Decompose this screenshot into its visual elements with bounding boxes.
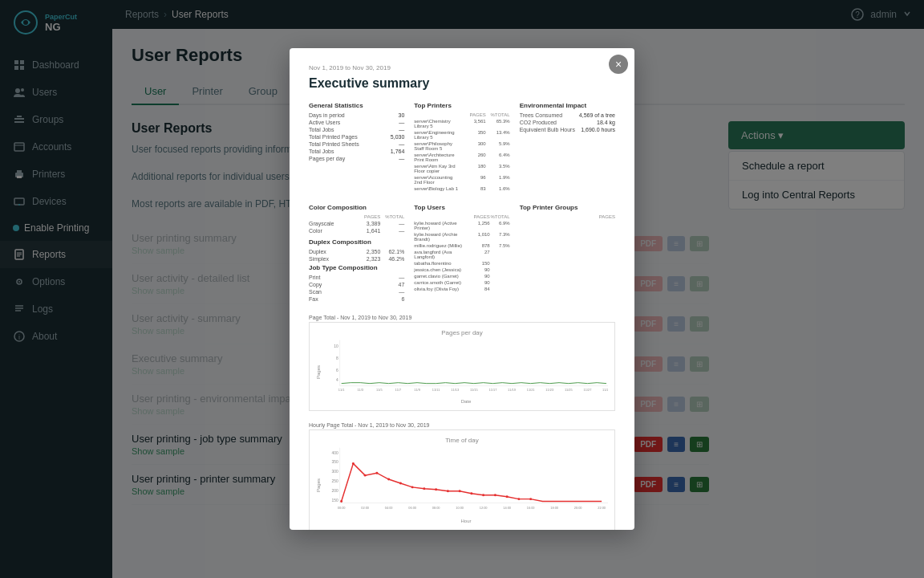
top-printers-section: Top Printers PAGES %TOTAL server\Chemist… xyxy=(414,102,509,193)
svg-text:20:00: 20:00 xyxy=(574,506,583,510)
environmental-section: Environmental Impact Trees Consumed4,569… xyxy=(520,102,615,193)
svg-text:00:00: 00:00 xyxy=(338,506,346,510)
svg-point-61 xyxy=(352,462,355,465)
preview-date-range: Nov 1, 2019 to Nov 30, 2019 xyxy=(309,64,615,71)
svg-point-68 xyxy=(435,488,437,490)
svg-point-73 xyxy=(494,494,496,496)
modal-overlay[interactable]: × Nov 1, 2019 to Nov 30, 2019 Executive … xyxy=(0,0,924,578)
pages-per-day-svg: 10 8 6 4 11/1 11/3 11/5 11/7 xyxy=(324,340,608,396)
svg-point-76 xyxy=(529,498,532,500)
svg-text:04:00: 04:00 xyxy=(385,506,394,510)
svg-text:250: 250 xyxy=(332,479,338,483)
chart1-svg-container: 10 8 6 4 11/1 11/3 11/5 11/7 xyxy=(324,340,608,404)
svg-point-74 xyxy=(506,495,509,498)
svg-text:11/19: 11/19 xyxy=(508,389,516,393)
preview-stats-grid: General Statistics Days in period30 Acti… xyxy=(309,102,615,193)
chart1-subtitle: Page Total - Nov 1, 2019 to Nov 30, 2019 xyxy=(309,315,615,320)
svg-text:11/23: 11/23 xyxy=(545,389,554,393)
svg-point-65 xyxy=(399,482,402,484)
top-users-title: Top Users xyxy=(414,204,509,211)
general-stats-section: General Statistics Days in period30 Acti… xyxy=(309,102,404,193)
svg-point-67 xyxy=(423,487,425,490)
svg-text:6: 6 xyxy=(336,368,338,372)
svg-text:11/3: 11/3 xyxy=(357,389,363,393)
svg-text:11/11: 11/11 xyxy=(432,389,440,393)
svg-text:14:00: 14:00 xyxy=(503,506,512,510)
top-users-section: Top Users PAGES %TOTAL kylie.howard (Act… xyxy=(414,204,509,303)
svg-text:8: 8 xyxy=(336,356,338,360)
svg-point-62 xyxy=(364,474,367,477)
duplex-section: Duplex Composition Duplex2,35062.1% Simp… xyxy=(309,238,404,248)
chart1-y-label: Pages xyxy=(316,340,321,404)
top-printers-title: Top Printers xyxy=(414,102,509,109)
pages-per-day-chart: Page Total - Nov 1, 2019 to Nov 30, 2019… xyxy=(309,315,615,411)
svg-text:11/29: 11/29 xyxy=(602,389,608,393)
hourly-chart: Hourly Page Total - Nov 1, 2019 to Nov 3… xyxy=(309,422,615,530)
svg-text:02:00: 02:00 xyxy=(361,506,370,510)
hourly-svg: 400 350 300 250 200 150 xyxy=(324,447,608,515)
svg-text:11/7: 11/7 xyxy=(395,389,402,393)
svg-point-69 xyxy=(447,490,449,492)
svg-text:150: 150 xyxy=(332,499,338,503)
duplex-title: Duplex Composition xyxy=(309,238,404,246)
chart1-x-label: Date xyxy=(324,399,608,404)
chart2-subtitle: Hourly Page Total - Nov 1, 2019 to Nov 3… xyxy=(309,422,615,428)
svg-text:08:00: 08:00 xyxy=(432,506,441,510)
svg-point-72 xyxy=(482,494,484,496)
svg-text:18:00: 18:00 xyxy=(550,506,559,510)
svg-text:11/13: 11/13 xyxy=(451,389,460,393)
chart2-y-label: Pages xyxy=(316,447,321,523)
svg-text:11/27: 11/27 xyxy=(584,389,592,393)
modal-body: Nov 1, 2019 to Nov 30, 2019 Executive su… xyxy=(290,48,634,530)
general-stats-title: General Statistics xyxy=(309,102,404,109)
svg-text:12:00: 12:00 xyxy=(480,506,488,510)
svg-text:11/5: 11/5 xyxy=(376,389,383,393)
chart2-title: Time of day xyxy=(316,437,608,444)
svg-text:400: 400 xyxy=(332,451,338,455)
svg-point-71 xyxy=(470,492,472,495)
svg-text:10:00: 10:00 xyxy=(456,506,464,510)
svg-point-75 xyxy=(517,498,520,500)
svg-point-64 xyxy=(387,478,390,481)
svg-text:4: 4 xyxy=(336,378,338,382)
svg-text:10: 10 xyxy=(334,344,338,348)
preview-middle-grid: Color Composition PAGES %TOTAL Grayscale… xyxy=(309,204,615,303)
svg-text:16:00: 16:00 xyxy=(527,506,536,510)
top-printer-groups-section: Top Printer Groups PAGES xyxy=(520,204,615,303)
svg-text:11/15: 11/15 xyxy=(470,389,479,393)
svg-point-63 xyxy=(375,472,378,474)
svg-text:11/25: 11/25 xyxy=(565,389,573,393)
job-type-section: Job Type Composition Print— Copy47 Scan—… xyxy=(309,264,404,302)
color-comp-title: Color Composition xyxy=(309,204,404,211)
report-preview-modal: × Nov 1, 2019 to Nov 30, 2019 Executive … xyxy=(290,48,634,530)
svg-text:350: 350 xyxy=(332,460,338,464)
svg-text:300: 300 xyxy=(332,470,338,474)
svg-text:11/21: 11/21 xyxy=(527,389,535,393)
svg-text:200: 200 xyxy=(332,489,338,493)
svg-point-66 xyxy=(411,486,414,488)
svg-text:22:00: 22:00 xyxy=(598,506,606,510)
top-printer-groups-title: Top Printer Groups xyxy=(520,204,615,211)
svg-text:06:00: 06:00 xyxy=(408,506,417,510)
preview-title: Executive summary xyxy=(309,76,615,91)
svg-point-70 xyxy=(459,490,461,492)
chart2-svg-container: 400 350 300 250 200 150 xyxy=(324,447,608,523)
job-type-title: Job Type Composition xyxy=(309,264,404,271)
chart2-x-label: Hour xyxy=(324,519,608,523)
svg-text:11/17: 11/17 xyxy=(489,389,497,393)
chart2-container: Time of day Pages 400 350 300 xyxy=(309,429,615,530)
color-composition-section: Color Composition PAGES %TOTAL Grayscale… xyxy=(309,204,404,303)
chart1-title: Pages per day xyxy=(316,329,608,336)
svg-text:11/1: 11/1 xyxy=(338,389,345,393)
modal-close-button[interactable]: × xyxy=(609,55,628,74)
chart1-container: Pages per day Pages 10 8 6 xyxy=(309,322,615,411)
environmental-title: Environmental Impact xyxy=(520,102,615,109)
svg-point-60 xyxy=(340,500,342,503)
svg-text:11/9: 11/9 xyxy=(414,389,420,393)
